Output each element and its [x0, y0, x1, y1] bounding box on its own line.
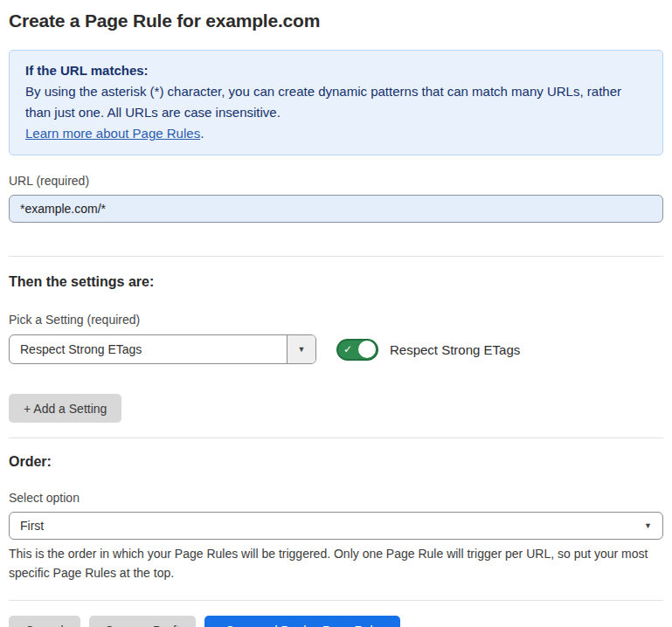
footer-actions: Cancel Save as Draft Save and Deploy Pag…	[9, 616, 663, 627]
url-field-label: URL (required)	[9, 174, 663, 188]
cancel-button[interactable]: Cancel	[9, 616, 80, 627]
setting-toggle[interactable]: ✓	[336, 339, 378, 361]
order-section-heading: Order:	[9, 454, 663, 470]
order-select[interactable]: First ▼	[9, 512, 663, 540]
setting-select-value: Respect Strong ETags	[10, 335, 287, 363]
info-box-link-line: Learn more about Page Rules.	[25, 123, 647, 144]
pick-setting-label: Pick a Setting (required)	[9, 313, 663, 327]
setting-select-button[interactable]: ▼	[287, 335, 315, 363]
toggle-knob	[358, 341, 376, 358]
caret-down-icon: ▼	[298, 345, 306, 354]
order-select-value: First	[20, 519, 644, 533]
order-select-label: Select option	[9, 491, 663, 505]
setting-row: Respect Strong ETags ▼ ✓ Respect Strong …	[9, 334, 663, 364]
section-divider	[9, 256, 663, 257]
create-page-rule-panel: Create a Page Rule for example.com If th…	[0, 0, 672, 627]
check-icon: ✓	[343, 344, 352, 355]
footer-divider	[9, 600, 663, 601]
learn-more-link[interactable]: Learn more about Page Rules	[25, 126, 200, 141]
info-box-heading: If the URL matches:	[25, 60, 647, 81]
setting-select[interactable]: Respect Strong ETags ▼	[9, 334, 316, 364]
info-box-body: By using the asterisk (*) character, you…	[25, 81, 647, 123]
order-help-text: This is the order in which your Page Rul…	[9, 544, 660, 582]
settings-section-heading: Then the settings are:	[9, 274, 663, 290]
url-input[interactable]	[9, 195, 663, 223]
save-and-deploy-button[interactable]: Save and Deploy Page Rule	[204, 616, 400, 627]
setting-toggle-label: Respect Strong ETags	[390, 342, 520, 357]
section-divider	[9, 438, 663, 438]
add-setting-button[interactable]: + Add a Setting	[9, 394, 121, 423]
caret-down-icon: ▼	[644, 521, 652, 530]
link-period: .	[200, 126, 204, 141]
page-title: Create a Page Rule for example.com	[9, 10, 663, 31]
url-match-info-box: If the URL matches: By using the asteris…	[9, 50, 663, 155]
save-as-draft-button[interactable]: Save as Draft	[89, 616, 197, 627]
